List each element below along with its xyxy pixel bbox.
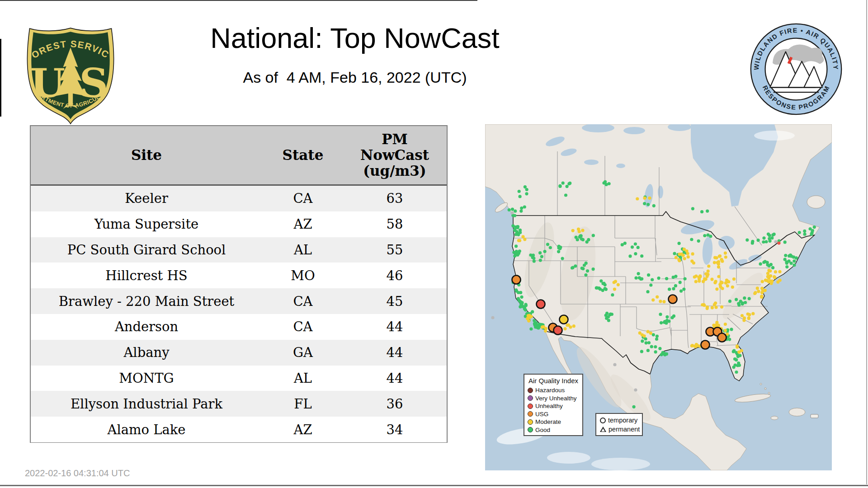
monitor-dot[interactable] [764, 240, 768, 243]
monitor-dot[interactable] [646, 349, 650, 352]
monitor-dot[interactable] [715, 287, 718, 291]
monitor-dot[interactable] [665, 321, 668, 324]
monitor-dot[interactable] [696, 344, 699, 347]
monitor-dot[interactable] [647, 341, 651, 344]
monitor-dot[interactable] [773, 233, 776, 236]
monitor-dot[interactable] [711, 306, 714, 309]
monitor-dot[interactable] [514, 288, 518, 291]
monitor-dot[interactable] [654, 345, 657, 348]
monitor-dot[interactable] [519, 210, 523, 213]
monitor-dot[interactable] [698, 276, 701, 279]
monitor-dot[interactable] [636, 197, 639, 200]
top-site-marker[interactable]: Hillcrest HS [669, 295, 677, 304]
monitor-dot[interactable] [578, 230, 581, 233]
monitor-dot[interactable] [527, 319, 530, 323]
monitor-dot[interactable] [607, 319, 610, 322]
monitor-dot[interactable] [655, 338, 658, 341]
monitor-dot[interactable] [766, 263, 769, 267]
monitor-dot[interactable] [587, 238, 590, 241]
monitor-dot[interactable] [674, 275, 677, 278]
monitor-dot[interactable] [743, 296, 746, 300]
monitor-dot[interactable] [572, 324, 576, 328]
monitor-dot[interactable] [720, 305, 723, 309]
monitor-dot[interactable] [710, 278, 713, 281]
monitor-dot[interactable] [737, 351, 741, 354]
monitor-dot[interactable] [657, 277, 660, 280]
monitor-dot[interactable] [520, 296, 523, 299]
monitor-dot[interactable] [738, 364, 741, 367]
monitor-dot[interactable] [539, 259, 542, 262]
monitor-dot[interactable] [741, 314, 744, 317]
monitor-dot[interactable] [754, 291, 757, 294]
monitor-dot[interactable] [581, 229, 584, 232]
monitor-dot[interactable] [682, 288, 685, 291]
monitor-dot[interactable] [529, 327, 533, 330]
monitor-dot[interactable] [703, 234, 706, 237]
monitor-dot[interactable] [652, 204, 656, 207]
monitor-dot[interactable] [646, 290, 649, 293]
monitor-dot[interactable] [561, 182, 565, 185]
monitor-dot[interactable] [543, 250, 547, 253]
monitor-dot[interactable] [674, 284, 677, 287]
monitor-dot[interactable] [778, 270, 781, 273]
top-site-marker[interactable]: Keeler [537, 300, 545, 309]
monitor-dot[interactable] [728, 300, 731, 303]
top-site-marker[interactable]: Ellyson Industrial Park [701, 341, 710, 349]
monitor-dot[interactable] [690, 238, 693, 241]
monitor-dot[interactable] [744, 301, 747, 304]
monitor-dot[interactable] [631, 245, 634, 249]
monitor-dot[interactable] [563, 327, 566, 330]
monitor-dot[interactable] [735, 358, 738, 361]
monitor-dot[interactable] [628, 254, 632, 258]
monitor-dot[interactable] [717, 275, 720, 278]
monitor-dot[interactable] [685, 249, 688, 253]
monitor-dot[interactable] [773, 276, 776, 279]
monitor-dot[interactable] [558, 247, 561, 250]
monitor-dot[interactable] [650, 345, 653, 348]
monitor-dot[interactable] [683, 257, 686, 260]
monitor-dot[interactable] [785, 265, 788, 268]
monitor-dot[interactable] [634, 252, 637, 255]
monitor-dot[interactable] [735, 298, 738, 301]
monitor-dot[interactable] [611, 293, 614, 296]
monitor-dot[interactable] [532, 257, 535, 260]
monitor-dot[interactable] [760, 296, 763, 299]
monitor-dot[interactable] [682, 254, 685, 257]
monitor-dot[interactable] [599, 287, 602, 291]
monitor-dot[interactable] [764, 289, 767, 292]
monitor-dot[interactable] [617, 283, 620, 286]
monitor-dot[interactable] [687, 255, 690, 258]
monitor-dot[interactable] [533, 259, 536, 263]
monitor-dot[interactable] [592, 234, 595, 237]
monitor-dot[interactable] [521, 235, 524, 238]
monitor-dot[interactable] [557, 250, 560, 253]
monitor-dot[interactable] [567, 182, 571, 185]
monitor-dot[interactable] [679, 281, 682, 284]
monitor-dot[interactable] [576, 238, 579, 241]
monitor-dot[interactable] [637, 272, 640, 275]
monitor-dot[interactable] [558, 185, 561, 188]
monitor-dot[interactable] [713, 281, 717, 284]
monitor-dot[interactable] [531, 310, 534, 313]
monitor-dot[interactable] [732, 277, 736, 281]
monitor-dot[interactable] [803, 233, 807, 236]
monitor-dot[interactable] [634, 242, 637, 245]
monitor-dot[interactable] [660, 321, 663, 324]
monitor-dot[interactable] [730, 328, 733, 331]
monitor-dot[interactable] [645, 341, 648, 344]
monitor-dot[interactable] [651, 298, 655, 301]
monitor-dot[interactable] [757, 239, 760, 242]
monitor-dot[interactable] [678, 242, 681, 245]
top-site-marker[interactable]: Alamo Lake [560, 315, 568, 324]
monitor-dot[interactable] [564, 193, 567, 197]
monitor-dot[interactable] [759, 263, 762, 266]
monitor-dot[interactable] [783, 240, 787, 244]
monitor-dot[interactable] [692, 261, 695, 264]
monitor-dot[interactable] [717, 260, 720, 263]
top-site-marker[interactable]: Anderson [512, 276, 521, 284]
aqi-map[interactable]: AndersonKeelerAlamo LakeBrawley - 220 Ma… [485, 124, 832, 470]
monitor-dot[interactable] [709, 235, 712, 238]
monitor-dot[interactable] [632, 405, 636, 408]
monitor-dot[interactable] [735, 371, 738, 374]
monitor-dot[interactable] [788, 254, 791, 258]
